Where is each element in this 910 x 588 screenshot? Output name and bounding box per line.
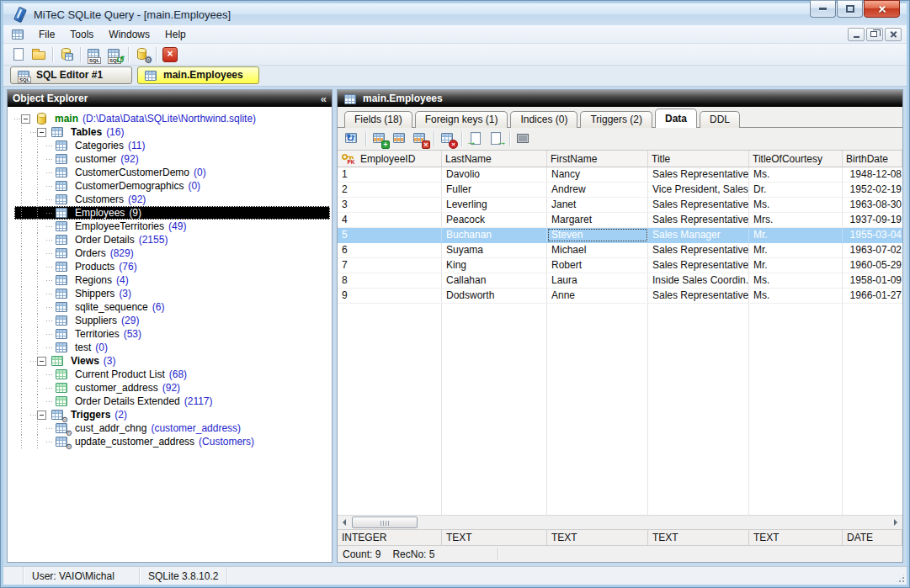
column-header-title[interactable]: Title [648, 151, 749, 167]
grid-cell[interactable]: Robert [547, 258, 648, 273]
detail-tab-triggers-2[interactable]: Triggers (2) [580, 111, 652, 128]
new-file-button[interactable] [8, 45, 29, 65]
grid-cell[interactable]: 3 [338, 198, 442, 212]
tree-item-regions[interactable]: Regions(4) [14, 273, 330, 287]
scroll-right-button[interactable] [889, 516, 902, 529]
grid-cell[interactable]: 8 [338, 273, 442, 288]
close-button[interactable] [864, 0, 900, 18]
menu-tools[interactable]: Tools [62, 27, 101, 42]
tree-item-employees[interactable]: Employees(9) [14, 206, 330, 220]
resize-grip[interactable] [895, 573, 906, 584]
tree-item-customerdemographics[interactable]: CustomerDemographics(0) [14, 179, 330, 193]
tree-item-customers[interactable]: Customers(92) [14, 193, 330, 206]
grid-cell[interactable]: 1958-01-09 [843, 273, 902, 288]
menu-windows[interactable]: Windows [101, 27, 157, 42]
scrollbar-thumb[interactable] [352, 516, 418, 528]
grid-row-8[interactable]: 8CallahanLauraInside Sales Coordin...Ms.… [338, 273, 902, 289]
column-header-lastname[interactable]: LastName [442, 151, 547, 167]
grid-cell[interactable]: 2 [338, 183, 442, 197]
insert-record-button[interactable]: + [370, 129, 390, 149]
delete-record-button[interactable]: × [410, 129, 430, 149]
grid-cell[interactable]: Suyama [442, 243, 547, 257]
export-record-button[interactable]: → [486, 129, 506, 149]
tree-item-categories[interactable]: Categories(11) [14, 139, 330, 152]
grid-cell[interactable]: Mr. [749, 243, 843, 257]
grid-cell[interactable]: 1955-03-04 [843, 228, 902, 242]
tree-item-order-details[interactable]: Order Details(2155) [14, 233, 330, 246]
tree-item-triggers[interactable]: ⚙Triggers(2) [14, 408, 330, 421]
grid-cell[interactable]: Inside Sales Coordin... [648, 273, 749, 288]
mdi-restore-button[interactable] [866, 28, 883, 41]
grid-cell[interactable]: King [442, 258, 547, 273]
grid-cell[interactable]: Andrew [547, 183, 648, 197]
refresh-grid-button[interactable]: ↻ [342, 129, 362, 149]
grid-row-7[interactable]: 7KingRobertSales RepresentativeMr.1960-0… [338, 258, 902, 273]
grid-row-3[interactable]: 3LeverlingJanetSales RepresentativeMs.19… [338, 198, 902, 213]
editor-tab-sql-editor-1[interactable]: SQLSQL Editor #1 [10, 66, 132, 84]
grid-cell[interactable]: Dodsworth [442, 289, 547, 303]
grid-cell[interactable]: 4 [338, 213, 442, 227]
grid-cell[interactable]: 7 [338, 258, 442, 273]
grid-cell[interactable]: Peacock [442, 213, 547, 227]
detail-tab-fields-18[interactable]: Fields (18) [344, 111, 412, 128]
grid-cell[interactable]: Ms. [749, 289, 843, 303]
grid-cell[interactable]: Janet [547, 198, 648, 212]
grid-cell[interactable]: Margaret [547, 213, 648, 227]
grid-cell[interactable]: Steven [547, 228, 648, 242]
tree-item-suppliers[interactable]: Suppliers(29) [14, 314, 330, 327]
detail-tab-data[interactable]: Data [655, 109, 697, 128]
grid-cell[interactable]: Sales Representative [648, 167, 749, 182]
scroll-left-button[interactable] [338, 516, 351, 529]
maximize-button[interactable] [837, 0, 863, 18]
expand-collapse-box[interactable] [37, 357, 46, 366]
expand-collapse-box[interactable] [37, 128, 46, 137]
detail-tab-indices-0[interactable]: Indices (0) [510, 111, 577, 128]
mdi-system-icon[interactable] [10, 27, 26, 41]
tree-item-main[interactable]: main(D:\Data\Data\SQLite\Northwind.sqlit… [14, 112, 330, 125]
grid-cell[interactable]: Michael [547, 243, 648, 257]
grid-cell[interactable]: 1937-09-19 [843, 213, 902, 227]
grid-cell[interactable]: Buchanan [442, 228, 547, 242]
clear-records-button[interactable]: × [438, 129, 458, 149]
grid-cell[interactable]: Laura [547, 273, 648, 288]
grid-cell[interactable]: Vice President, Sales [648, 183, 749, 197]
grid-cell[interactable]: 1963-07-02 [843, 243, 902, 257]
grid-cell[interactable]: Callahan [442, 273, 547, 288]
tree-item-territories[interactable]: Territories(53) [14, 327, 330, 341]
tree-item-sqlite-sequence[interactable]: sqlite_sequence(6) [14, 300, 330, 314]
grid-cell[interactable]: 5 [338, 228, 442, 242]
grid-cell[interactable]: Sales Manager [648, 228, 749, 242]
grid-cell[interactable]: Sales Representative [648, 258, 749, 273]
grid-row-4[interactable]: 4PeacockMargaretSales RepresentativeMrs.… [338, 213, 902, 228]
grid-cell[interactable]: Fuller [442, 183, 547, 197]
close-red-button[interactable]: × [160, 45, 180, 65]
grid-cell[interactable]: Ms. [749, 167, 843, 182]
tree-item-cust-addr-chng[interactable]: ⚙cust_addr_chng(customer_address) [14, 421, 330, 435]
grid-row-6[interactable]: 6SuyamaMichaelSales RepresentativeMr.196… [338, 243, 902, 258]
tree-item-shippers[interactable]: Shippers(3) [14, 287, 330, 300]
database-table-button[interactable] [56, 45, 77, 65]
grid-cell[interactable]: Ms. [749, 198, 843, 212]
mdi-minimize-button[interactable] [848, 28, 865, 41]
open-folder-button[interactable] [29, 45, 49, 65]
grid-cell[interactable]: Sales Representative [648, 243, 749, 257]
tree-item-current-product-list[interactable]: Current Product List(68) [14, 368, 330, 381]
grid-cell[interactable]: Mrs. [749, 213, 843, 227]
tree-item-customercustomerdemo[interactable]: CustomerCustomerDemo(0) [14, 166, 330, 179]
grid-cell[interactable]: 1963-08-30 [843, 198, 902, 212]
tree-item-customer-address[interactable]: customer_address(92) [14, 381, 330, 395]
sql-history-button[interactable]: SQL↺ [104, 45, 125, 65]
grid-row-2[interactable]: 2FullerAndrewVice President, SalesDr.195… [338, 183, 902, 198]
column-header-titleofcourtesy[interactable]: TitleOfCourtesy [749, 151, 843, 167]
grid-cell[interactable]: Sales Representative [648, 213, 749, 227]
column-header-employeeid[interactable]: PKEmployeeID [338, 151, 442, 167]
grid-cell[interactable]: 1966-01-27 [843, 289, 902, 303]
database-tools-button[interactable]: ⚙ [132, 45, 152, 65]
menu-help[interactable]: Help [157, 27, 194, 42]
grid-cell[interactable]: 1952-02-19 [843, 183, 902, 197]
detail-tab-ddl[interactable]: DDL [700, 111, 740, 128]
horizontal-scrollbar[interactable] [338, 515, 902, 529]
menu-file[interactable]: File [31, 27, 62, 42]
grid-cell[interactable]: Mr. [749, 228, 843, 242]
expand-collapse-box[interactable] [37, 411, 46, 420]
